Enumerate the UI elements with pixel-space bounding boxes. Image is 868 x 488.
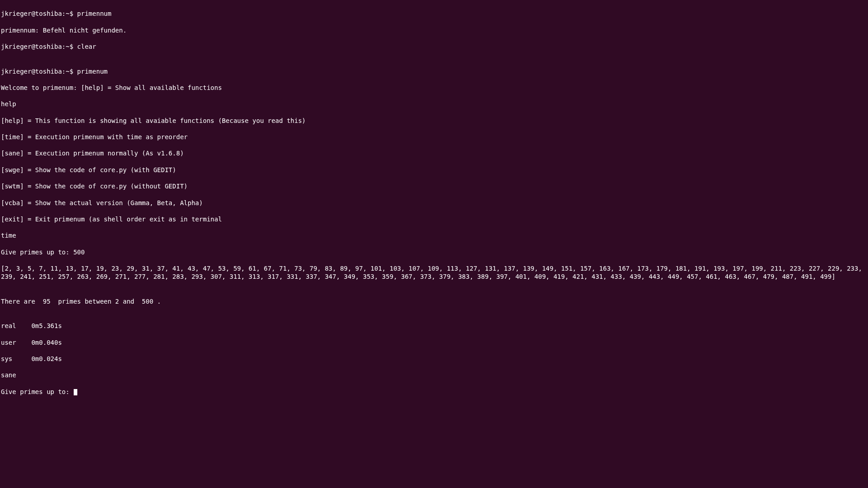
give-primes-prompt-current: Give primes up to: (1, 388, 73, 395)
typed-command: primennum (77, 10, 112, 17)
give-primes-prompt: Give primes up to: 500 (1, 248, 868, 256)
help-entry-help: [help] = This function is showing all av… (1, 117, 868, 125)
welcome-message: Welcome to primenum: [help] = Show all a… (1, 84, 868, 92)
shell-prompt: jkrieger@toshiba:~$ (1, 43, 77, 50)
prompt-line-1: jkrieger@toshiba:~$ primennum (1, 9, 868, 18)
help-entry-exit: [exit] = Exit primenum (as shell order e… (1, 215, 868, 223)
primes-count-output: There are 95 primes between 2 and 500 . (1, 297, 868, 305)
typed-command: primenum (77, 68, 108, 75)
prompt-line-2: jkrieger@toshiba:~$ clear (1, 42, 868, 51)
user-input-help: help (1, 100, 868, 108)
help-entry-time: [time] = Execution primenum with time as… (1, 133, 868, 141)
shell-prompt: jkrieger@toshiba:~$ (1, 10, 77, 17)
typed-command: clear (77, 43, 96, 50)
prompt-line-3: jkrieger@toshiba:~$ primenum (1, 67, 868, 75)
help-entry-swge: [swge] = Show the code of core.py (with … (1, 166, 868, 174)
help-entry-sane: [sane] = Execution primenum normally (As… (1, 149, 868, 157)
terminal-output[interactable]: jkrieger@toshiba:~$ primennum primennum:… (1, 1, 868, 404)
time-user: user 0m0.040s (1, 338, 868, 347)
shell-prompt: jkrieger@toshiba:~$ (1, 68, 77, 75)
cursor-icon (74, 389, 77, 395)
help-entry-swtm: [swtm] = Show the code of core.py (witho… (1, 182, 868, 190)
current-prompt-line[interactable]: Give primes up to: (1, 388, 868, 396)
user-input-sane: sane (1, 371, 868, 379)
user-input-time: time (1, 231, 868, 239)
help-entry-vcba: [vcba] = Show the actual version (Gamma,… (1, 199, 868, 207)
time-real: real 0m5.361s (1, 322, 868, 330)
primes-list-output: [2, 3, 5, 7, 11, 13, 17, 19, 23, 29, 31,… (1, 264, 868, 281)
time-sys: sys 0m0.024s (1, 355, 868, 363)
error-output: primennum: Befehl nicht gefunden. (1, 26, 868, 34)
